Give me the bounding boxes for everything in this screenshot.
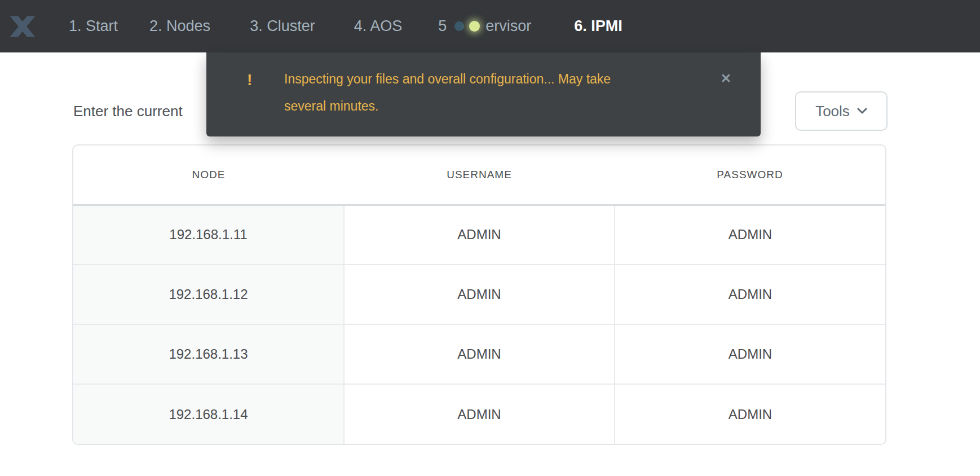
wizard-step-ipmi-active[interactable]: 6. IPMI xyxy=(574,17,623,35)
node-ip-cell: 192.168.1.11 xyxy=(73,205,344,265)
tools-button-label: Tools xyxy=(815,103,850,120)
table-row: 192.168.1.13 ADMIN ADMIN xyxy=(73,324,885,384)
column-header-username: USERNAME xyxy=(344,146,615,205)
username-cell: ADMIN xyxy=(344,384,615,444)
username-cell: ADMIN xyxy=(344,324,615,384)
spinner-dot-teal xyxy=(454,21,464,31)
column-header-node: NODE xyxy=(73,146,344,205)
loading-spinner xyxy=(454,21,480,32)
hypervisor-step-label-rest: ervisor xyxy=(485,17,531,35)
password-cell: ADMIN xyxy=(615,265,885,324)
toast-notification: ! Inspecting your files and overall conf… xyxy=(206,52,761,136)
wizard-step-cluster[interactable]: 3. Cluster xyxy=(250,17,315,35)
table-row: 192.168.1.14 ADMIN ADMIN xyxy=(73,384,885,444)
table-row: 192.168.1.11 ADMIN ADMIN xyxy=(73,205,885,265)
wizard-step-aos[interactable]: 4. AOS xyxy=(354,17,403,35)
toast-message-line-1: Inspecting your files and overall config… xyxy=(284,65,713,92)
nutanix-x-logo xyxy=(9,14,36,39)
username-cell: ADMIN xyxy=(344,205,615,265)
toast-message: Inspecting your files and overall config… xyxy=(284,65,713,120)
wizard-navbar: 1. Start 2. Nodes 3. Cluster 4. AOS 5 er… xyxy=(0,0,980,52)
password-cell: ADMIN xyxy=(615,384,885,444)
password-cell: ADMIN xyxy=(615,324,885,384)
password-cell: ADMIN xyxy=(615,205,885,265)
tools-button[interactable]: Tools xyxy=(795,91,888,131)
ipmi-setup-page: { "navbar": { "logo": "nutanix-x-logo", … xyxy=(0,0,980,476)
node-ip-cell: 192.168.1.12 xyxy=(73,265,344,324)
spinner-dot-green xyxy=(469,21,480,32)
x-logo-icon xyxy=(9,14,36,39)
page-heading: Enter the current xyxy=(73,103,183,120)
table-row: 192.168.1.12 ADMIN ADMIN xyxy=(73,265,885,324)
warning-icon: ! xyxy=(247,71,252,89)
hypervisor-step-number: 5 xyxy=(438,17,447,35)
table-header-row: NODE USERNAME PASSWORD xyxy=(73,146,885,205)
wizard-step-hypervisor[interactable]: 5 ervisor xyxy=(438,17,531,35)
node-ip-cell: 192.168.1.13 xyxy=(73,324,344,384)
column-header-password: PASSWORD xyxy=(615,146,885,205)
wizard-step-nodes[interactable]: 2. Nodes xyxy=(149,17,210,35)
chevron-down-icon xyxy=(857,108,867,114)
close-icon[interactable]: ✕ xyxy=(721,71,731,86)
toast-message-line-2: several minutes. xyxy=(284,92,713,120)
wizard-step-start[interactable]: 1. Start xyxy=(69,17,118,35)
node-ip-cell: 192.168.1.14 xyxy=(73,384,344,444)
username-cell: ADMIN xyxy=(344,265,615,324)
ipmi-credentials-table: NODE USERNAME PASSWORD 192.168.1.11 ADMI… xyxy=(72,144,886,445)
